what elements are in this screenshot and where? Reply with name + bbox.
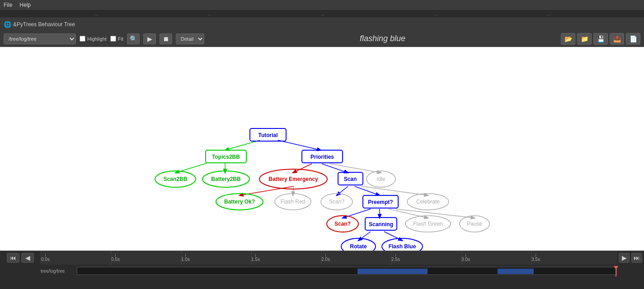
search-button[interactable]: 🔍 (127, 33, 140, 44)
battery-emergency-label: Battery Emergency (268, 176, 318, 182)
svg-line-8 (293, 186, 294, 195)
svg-line-5 (322, 164, 348, 173)
timeline-playhead (616, 266, 616, 277)
tick-25s: 2.5s (391, 253, 400, 262)
pause-label: Pause (467, 221, 482, 227)
tick-30s: 3.0s (461, 253, 470, 262)
stop-button[interactable]: ⏹ (160, 33, 172, 44)
next-button[interactable]: ▶ (619, 253, 630, 263)
main-canvas: Tutorial Topics2BB Priorities Scan2BB Ba… (0, 47, 644, 251)
flash-red-label: Flash Red (281, 199, 306, 205)
tree-svg: Tutorial Topics2BB Priorities Scan2BB Ba… (0, 47, 644, 251)
open-folder-button[interactable]: 📂 (561, 33, 575, 45)
flash-green-label: Flash Green (413, 221, 443, 227)
svg-line-11 (362, 186, 428, 195)
svg-line-1 (278, 140, 321, 150)
timeline-nav-right: ▶ ⏭ (617, 251, 644, 265)
play-button[interactable]: ▶ (143, 33, 156, 44)
first-button[interactable]: ⏮ (7, 253, 19, 263)
tick-05s: 0.5s (111, 253, 120, 262)
battery2bb-label: Battery2BB (211, 176, 241, 182)
tick-20s: 2.0s (321, 253, 330, 262)
tick-10s: 1.0s (181, 253, 190, 262)
scanning-label: Scanning (369, 221, 393, 227)
battery-ok-label: Battery Ok? (224, 199, 255, 205)
menu-bar: File Help (0, 0, 644, 10)
celebrate-label: Celebrate (416, 199, 440, 205)
prev-button[interactable]: ◀ (21, 253, 34, 263)
path-dropdown[interactable]: /tree/log/tree (4, 33, 76, 44)
last-button[interactable]: ⏭ (631, 253, 642, 263)
tick-2: ... (208, 12, 212, 16)
preempt-label: Preempt? (368, 199, 393, 205)
svg-line-6 (330, 164, 381, 173)
tick-35s: 3.5s (531, 253, 540, 262)
info-button[interactable]: 📄 (626, 33, 640, 45)
help-menu[interactable]: Help (19, 2, 31, 8)
tick-5: ... (547, 12, 550, 16)
highlight-checkbox-label: Highlight (80, 36, 107, 42)
tutorial-label: Tutorial (258, 132, 277, 138)
scan-label: Scan (344, 176, 357, 182)
timeline-area: ⏮ ◀ 0.0s 0.5s 1.0s 1.5s 2.0s 2.5s 3.0s 3… (0, 251, 644, 277)
rotate-label: Rotate (350, 243, 367, 250)
timeline-track[interactable] (77, 267, 617, 275)
idle-label: Idle (376, 176, 385, 182)
tick-15s: 1.5s (251, 253, 260, 262)
tick-1: ... (95, 12, 99, 16)
timeline-nav-buttons: ⏮ ◀ (0, 251, 41, 265)
top-ticks: ... ... ... ... ... (0, 10, 644, 18)
save-button[interactable]: 💾 (593, 33, 608, 45)
highlight-checkbox[interactable] (80, 36, 85, 42)
scan-child-label: Scan? (329, 199, 344, 205)
timeline-ruler: 0.0s 0.5s 1.0s 1.5s 2.0s 2.5s 3.0s 3.5s (41, 251, 617, 265)
svg-line-10 (355, 186, 380, 195)
timeline-row: tree/log/tree (0, 265, 644, 277)
svg-line-4 (293, 164, 312, 173)
file-menu[interactable]: File (4, 2, 12, 8)
right-buttons: 📂 📁 💾 📤 📄 (561, 33, 640, 45)
detail-dropdown[interactable]: Detail Brief (176, 33, 204, 44)
title-bar: 🌐 &PyTrees Behaviour Tree (0, 18, 644, 31)
scan-red-label: Scan? (334, 221, 351, 227)
timeline-label: tree/log/tree (41, 269, 77, 274)
app-title-text: &PyTrees Behaviour Tree (13, 21, 75, 28)
center-title: flashing blue (208, 34, 557, 43)
tick-0s: 0.0s (41, 253, 50, 262)
app-title: 🌐 &PyTrees Behaviour Tree (4, 21, 75, 28)
fit-checkbox-label: Fit (110, 36, 123, 42)
globe-icon: 🌐 (4, 21, 11, 28)
export-button[interactable]: 📤 (610, 33, 624, 45)
tick-3: ... (321, 12, 324, 16)
open-file-button[interactable]: 📁 (577, 33, 592, 45)
topics2bb-label: Topics2BB (212, 154, 240, 160)
scan2bb-label: Scan2BB (164, 176, 188, 182)
toolbar: /tree/log/tree Highlight Fit 🔍 ▶ ⏹ Detai… (0, 31, 644, 47)
flash-blue-label: Flash Blue (389, 243, 416, 250)
priorities-label: Priorities (310, 154, 334, 160)
fit-checkbox[interactable] (110, 36, 116, 42)
svg-line-12 (343, 209, 371, 218)
tick-4: ... (434, 12, 437, 16)
svg-line-0 (225, 140, 260, 150)
